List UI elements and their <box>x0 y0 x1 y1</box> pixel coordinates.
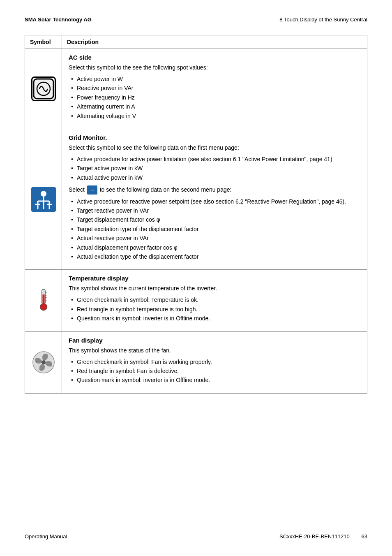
page-header: SMA Solar Technology AG 8 Touch Display … <box>25 16 367 23</box>
list-item: Actual reactive power in VAr <box>69 234 360 243</box>
bullet-list: Active power in WReactive power in VArPo… <box>69 74 360 120</box>
section-title: Grid Monitor. <box>69 134 360 141</box>
page: SMA Solar Technology AG 8 Touch Display … <box>0 0 392 556</box>
list-item: Power frequency in Hz <box>69 93 360 102</box>
list-item: Question mark in symbol: inverter is in … <box>69 375 360 385</box>
table-row: AC sideSelect this symbol to the see the… <box>25 49 367 129</box>
symbol-cell-ac <box>25 49 62 129</box>
footer-right: SCxxxHE-20-BE-BEN111210 63 <box>279 533 367 540</box>
svg-point-2 <box>41 191 46 197</box>
header-left: SMA Solar Technology AG <box>25 16 92 23</box>
svg-rect-10 <box>42 295 44 304</box>
section-title: AC side <box>69 54 360 61</box>
fan-symbol-icon <box>31 350 56 375</box>
bullet-list-page2: Active procedure for reactive power setp… <box>69 197 360 262</box>
svg-point-17 <box>42 360 45 364</box>
list-item: Green checkmark in symbol: Fan is workin… <box>69 357 360 366</box>
list-item: Red triangle in symbol: Fan is defective… <box>69 366 360 375</box>
table-row: Grid Monitor.Select this symbol to see t… <box>25 129 367 269</box>
col-symbol-header: Symbol <box>25 35 62 49</box>
list-item: Active power in W <box>69 74 360 83</box>
list-item: Target reactive power in VAr <box>69 206 360 215</box>
bullet-list-page1: Active procedure for active power limita… <box>69 155 360 182</box>
col-desc-header: Description <box>62 35 367 49</box>
section-title: Temperature display <box>69 275 360 282</box>
list-item: Alternating current in A <box>69 102 360 111</box>
intro-text: This symbol shows the status of the fan. <box>69 346 360 355</box>
desc-cell-temperature: Temperature displayThis symbol shows the… <box>62 270 367 331</box>
page-footer: Operating Manual SCxxxHE-20-BE-BEN111210… <box>25 525 367 540</box>
intro-text: This symbol shows the current temperatur… <box>69 284 360 293</box>
symbol-cell-fan <box>25 331 62 393</box>
list-item: Alternating voltage in V <box>69 111 360 120</box>
list-item: Reactive power in VAr <box>69 83 360 93</box>
list-item: Green checkmark in symbol: Temperature i… <box>69 295 360 304</box>
svg-point-11 <box>40 303 47 310</box>
intro-text: Select this symbol to the see the follow… <box>69 63 360 72</box>
header-right: 8 Touch Display of the Sunny Central <box>279 16 367 23</box>
list-item: Target active power in kW <box>69 164 360 173</box>
list-item: Target displacement factor cos φ <box>69 215 360 224</box>
symbol-cell-grid <box>25 129 62 269</box>
bullet-list: Green checkmark in symbol: Temperature i… <box>69 295 360 323</box>
list-item: Target excitation type of the displaceme… <box>69 225 360 234</box>
ac-symbol-icon <box>31 76 56 101</box>
symbol-cell-temperature <box>25 270 62 331</box>
grid-symbol-icon <box>31 187 56 212</box>
table-row: Fan displayThis symbol shows the status … <box>25 331 367 393</box>
intro-text: Select this symbol to see the following … <box>69 144 360 152</box>
list-item: Active procedure for active power limita… <box>69 155 360 164</box>
desc-cell-ac: AC sideSelect this symbol to the see the… <box>62 49 367 129</box>
list-item: Actual active power in kW <box>69 173 360 182</box>
mid-text: Select → to see the following data on th… <box>69 185 360 195</box>
list-item: Question mark in symbol: inverter is in … <box>69 314 360 323</box>
list-item: Red triangle in symbol: temperature is t… <box>69 305 360 314</box>
table-row: Temperature displayThis symbol shows the… <box>25 270 367 331</box>
list-item: Actual excitation type of the displaceme… <box>69 252 360 261</box>
desc-cell-fan: Fan displayThis symbol shows the status … <box>62 331 367 393</box>
section-title: Fan display <box>69 337 360 344</box>
arrow-icon: → <box>87 185 97 195</box>
main-table: Symbol Description AC sideSelect this sy… <box>25 35 367 394</box>
temp-symbol-icon <box>31 287 56 312</box>
list-item: Actual displacement power factor cos φ <box>69 243 360 252</box>
desc-cell-grid: Grid Monitor.Select this symbol to see t… <box>62 129 367 269</box>
footer-left: Operating Manual <box>25 533 67 540</box>
list-item: Active procedure for reactive power setp… <box>69 197 360 206</box>
bullet-list: Green checkmark in symbol: Fan is workin… <box>69 357 360 385</box>
